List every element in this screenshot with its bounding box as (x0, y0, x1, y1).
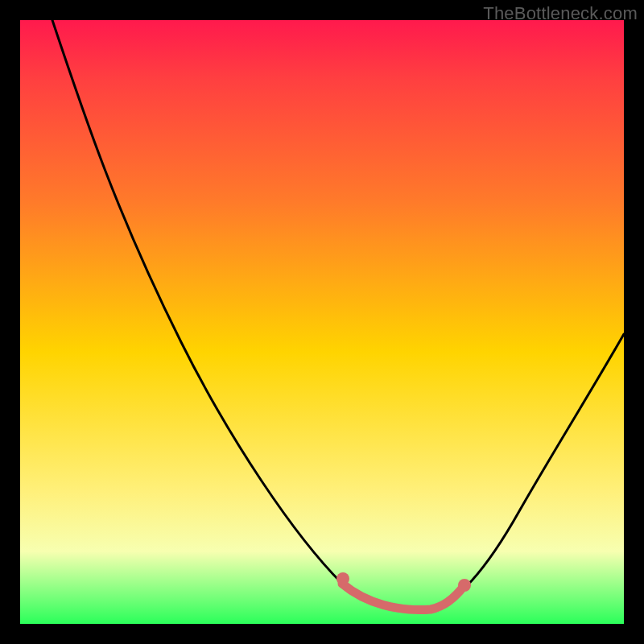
highlight-trough (342, 584, 464, 610)
chart-frame: TheBottleneck.com (0, 0, 644, 644)
bottleneck-curve (52, 20, 624, 610)
watermark-text: TheBottleneck.com (483, 3, 638, 24)
curve-svg (20, 20, 624, 624)
highlight-dot-right (458, 579, 471, 592)
plot-area (20, 20, 624, 624)
highlight-dot-left (336, 572, 349, 585)
